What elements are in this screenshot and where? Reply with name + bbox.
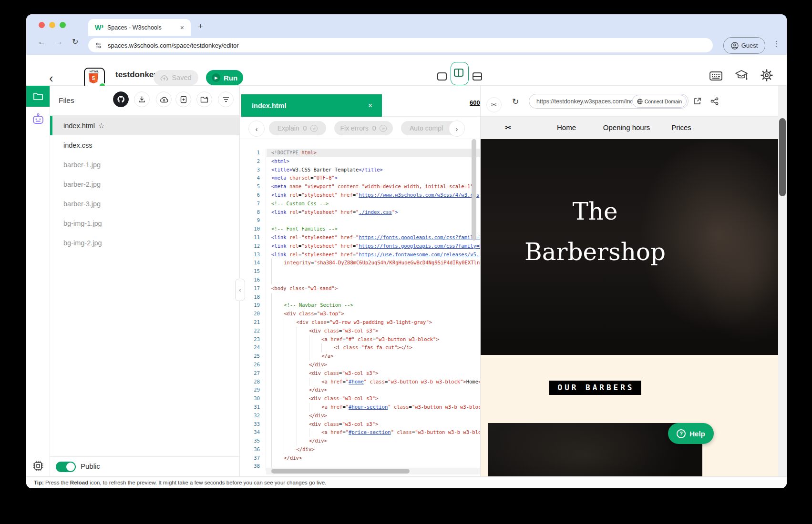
filter-files-button[interactable] (218, 91, 234, 107)
file-name: index.css (63, 141, 92, 149)
collapse-sidebar-handle[interactable]: ‹ (235, 279, 245, 301)
file-item-barber-3.jpg[interactable]: barber-3.jpg (50, 194, 239, 213)
line-number: 12 (240, 242, 260, 251)
help-button[interactable]: ? Help (668, 423, 714, 444)
file-item-bg-img-1.jpg[interactable]: bg-img-1.jpg (50, 213, 239, 233)
site-page: The Barbershop OUR BARBERS ? Help (481, 139, 779, 476)
preview-reload-icon[interactable]: ↻ (512, 97, 519, 107)
line-number: 7 (240, 200, 260, 208)
explain-button[interactable]: Explain 0 w (269, 121, 326, 135)
line-number: 31 (240, 403, 260, 412)
site-nav-home[interactable]: Home (557, 123, 576, 131)
open-in-new-tab-icon[interactable] (693, 97, 701, 105)
left-icon-rail (26, 86, 50, 476)
browser-menu-icon[interactable]: ⋮ (773, 40, 780, 48)
line-number: 36 (240, 445, 260, 454)
code-line-35: </div> (271, 437, 481, 445)
ai-prev-button[interactable]: ‹ (248, 121, 265, 137)
guest-profile-button[interactable]: Guest (723, 37, 765, 54)
keyboard-shortcuts-icon[interactable] (709, 71, 722, 81)
address-bar[interactable]: spaces.w3schools.com/space/testdonkey/ed… (88, 38, 713, 52)
line-number: 29 (240, 386, 260, 394)
editor-horizontal-scrollbar[interactable] (266, 468, 481, 474)
credit-coin-icon: w (380, 125, 387, 132)
ai-assistant-robot-icon[interactable] (31, 113, 45, 126)
line-number: 30 (240, 394, 260, 403)
chip-embed-icon[interactable] (32, 460, 44, 472)
editor-vertical-scrollbar[interactable] (472, 139, 476, 241)
code-line-11: <link rel="stylesheet" href="https://fon… (271, 233, 481, 242)
preview-scrollbar[interactable] (778, 86, 787, 476)
site-info-icon[interactable] (95, 42, 102, 49)
github-icon (116, 95, 125, 104)
upload-files-button[interactable] (156, 91, 172, 107)
forward-icon[interactable]: → (55, 37, 63, 47)
site-navbar: ✂ Home Opening hours Prices (481, 117, 779, 139)
file-name: barber-2.jpg (63, 181, 101, 188)
reload-icon[interactable]: ↻ (72, 37, 78, 46)
layout-split-horizontal-button[interactable] (473, 72, 482, 81)
file-item-barber-2.jpg[interactable]: barber-2.jpg (50, 174, 239, 194)
folder-icon (33, 92, 43, 101)
file-item-index.css[interactable]: index.css (50, 135, 239, 155)
files-panel-button[interactable] (26, 86, 50, 107)
line-number: 33 (240, 420, 260, 429)
layout-split-vertical-selected[interactable] (451, 62, 469, 85)
connect-domain-button[interactable]: Connect Domain (632, 95, 687, 108)
browser-tab[interactable]: W³ Spaces - W3schools × (88, 19, 191, 36)
scrollbar-thumb[interactable] (271, 469, 410, 474)
minimize-window-button[interactable] (49, 22, 55, 28)
code-line-33: <div class="w3-col s3"> (271, 420, 481, 429)
run-button[interactable]: ▶ Run (206, 70, 243, 85)
fix-errors-count: 0 (372, 124, 376, 132)
close-window-button[interactable] (39, 22, 45, 28)
line-number: 25 (240, 352, 260, 361)
site-nav-prices[interactable]: Prices (671, 123, 691, 131)
file-name: barber-3.jpg (63, 200, 101, 208)
preview-url-bar[interactable]: https://testdonkey.w3spaces.com/index...… (529, 94, 689, 109)
fix-errors-button[interactable]: Fix errors 0 w (334, 121, 393, 135)
line-number: 14 (240, 259, 260, 267)
public-toggle[interactable] (56, 462, 76, 472)
code-line-29: </div> (271, 386, 481, 394)
star-icon[interactable]: ☆ (98, 121, 104, 130)
preview-url-text: https://testdonkey.w3spaces.com/index...… (536, 98, 632, 105)
file-item-barber-1.jpg[interactable]: barber-1.jpg (50, 155, 239, 174)
layout-single-pane-button[interactable] (437, 72, 447, 81)
file-name: bg-img-1.jpg (63, 220, 102, 227)
tab-close-icon[interactable]: × (178, 24, 186, 31)
code-line-30: <div class="w3-col s3"> (271, 394, 481, 403)
file-item-index.html[interactable]: index.html☆ (50, 116, 239, 135)
saved-button[interactable]: Saved (154, 70, 198, 85)
ai-next-button[interactable]: › (449, 121, 465, 137)
back-to-spaces-button[interactable]: ‹ (49, 71, 53, 86)
code-line-8: <link rel="stylesheet" href="./index.css… (271, 208, 481, 217)
site-nav-scissors-icon[interactable]: ✂ (505, 123, 512, 132)
file-name: barber-1.jpg (63, 161, 101, 169)
settings-gear-icon[interactable] (760, 69, 773, 82)
share-icon[interactable] (710, 97, 719, 105)
code-line-37: </div> (271, 454, 481, 463)
preview-scrollbar-thumb[interactable] (779, 118, 786, 196)
code-line-34: <a href="#price-section" class="w3-butto… (271, 428, 481, 437)
w3schools-favicon: W³ (95, 24, 103, 31)
back-icon[interactable]: ← (38, 37, 46, 47)
public-row: Public (50, 456, 239, 476)
code-line-17: <body class="w3-sand"> (271, 284, 481, 293)
file-item-bg-img-2.jpg[interactable]: bg-img-2.jpg (50, 233, 239, 252)
new-tab-button[interactable]: + (198, 21, 203, 31)
tutorials-graduation-cap-icon[interactable] (735, 69, 748, 81)
zoom-window-button[interactable] (60, 22, 66, 28)
download-files-button[interactable] (134, 91, 150, 107)
github-import-button[interactable] (113, 91, 129, 107)
new-file-button[interactable] (175, 91, 191, 107)
code-area[interactable]: 1234567891011121314151617181920212223242… (240, 139, 481, 476)
preview-tools-scissors-icon[interactable]: ✂ (486, 97, 502, 112)
file-name: index.html (63, 122, 95, 130)
editor-tab-close-icon[interactable]: × (368, 101, 372, 110)
line-number: 38 (240, 462, 260, 471)
hero-image: The Barbershop (481, 139, 779, 355)
new-folder-button[interactable] (196, 91, 212, 107)
site-nav-opening-hours[interactable]: Opening hours (603, 123, 650, 131)
editor-tab-index-html[interactable]: index.html × (241, 94, 382, 117)
